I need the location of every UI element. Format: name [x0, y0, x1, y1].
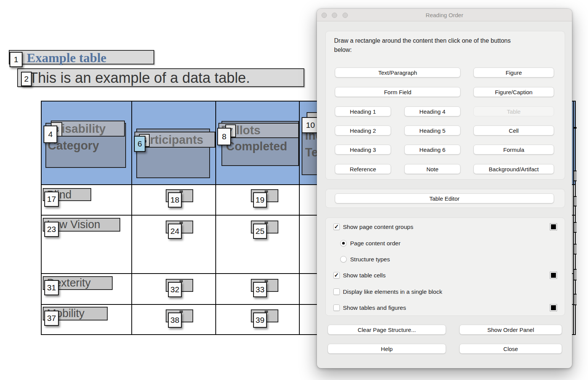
form-field-button[interactable]: Form Field [335, 87, 460, 97]
show-order-panel-button[interactable]: Show Order Panel [459, 325, 562, 335]
document-paragraph: This is an example of a data table. [29, 70, 250, 86]
heading-2-button[interactable]: Heading 2 [335, 126, 391, 135]
minimize-window-icon[interactable] [332, 13, 337, 18]
reading-order-marker-18[interactable]: 18 [168, 192, 182, 208]
heading-4-button[interactable]: Heading 4 [404, 106, 460, 116]
clear-page-structure-button[interactable]: Clear Page Structure... [328, 325, 446, 335]
structure-types-label: Structure types [350, 256, 390, 263]
table-cells-color-swatch[interactable] [550, 272, 557, 279]
sliver-overlay [574, 294, 577, 305]
dialog-titlebar[interactable]: Reading Order [317, 9, 572, 21]
reading-order-marker-38[interactable]: 38 [168, 312, 182, 328]
reading-order-dialog: Reading Order Draw a rectangle around th… [317, 9, 572, 368]
reading-order-marker-39[interactable]: 39 [253, 312, 267, 328]
close-window-icon[interactable] [321, 13, 327, 18]
note-button[interactable]: Note [404, 164, 460, 174]
sliver-overlay [574, 269, 577, 280]
show-page-content-groups-label: Show page content groups [343, 224, 413, 230]
display-like-elements-checkbox[interactable] [333, 288, 340, 295]
heading-1-button[interactable]: Heading 1 [335, 106, 391, 116]
reading-order-marker-37[interactable]: 37 [44, 311, 59, 326]
background-artifact-button[interactable]: Background/Artifact [473, 164, 554, 174]
structure-types-radio[interactable] [340, 256, 347, 262]
show-table-cells-checkbox[interactable] [333, 272, 340, 279]
instruction-text: Draw a rectangle around the content then… [334, 36, 525, 55]
sliver-overlay [574, 222, 577, 233]
reading-order-marker-25[interactable]: 25 [253, 224, 267, 239]
show-table-cells-label: Show table cells [343, 272, 386, 279]
page-content-order-radio[interactable] [340, 240, 347, 246]
column-border [299, 101, 300, 334]
page-content-order-label: Page content order [350, 240, 401, 247]
table-editor-button[interactable]: Table Editor [335, 193, 554, 203]
reading-order-marker-2[interactable]: 2 [21, 72, 32, 86]
reading-order-marker-6-selected[interactable]: 6 [134, 136, 145, 152]
column-border [131, 101, 132, 334]
dialog-title: Reading Order [317, 9, 572, 21]
reading-order-marker-31[interactable]: 31 [44, 280, 59, 295]
heading-3-button[interactable]: Heading 3 [335, 145, 391, 155]
table-button[interactable]: Table [473, 106, 554, 116]
tables-and-figures-color-swatch[interactable] [550, 304, 557, 311]
close-button[interactable]: Close [459, 344, 562, 354]
display-options-group [325, 217, 565, 316]
zoom-window-icon[interactable] [342, 13, 348, 18]
reading-order-marker-24[interactable]: 24 [168, 224, 182, 239]
heading-5-button[interactable]: Heading 5 [404, 126, 460, 135]
column-border [215, 101, 216, 334]
reading-order-marker-4[interactable]: 4 [44, 126, 57, 143]
sliver-overlay [574, 196, 577, 206]
screen: Example table 1 This is an example of a … [0, 0, 588, 380]
reading-order-marker-32[interactable]: 32 [168, 282, 182, 297]
reference-button[interactable]: Reference [335, 164, 391, 174]
sliver-line [574, 127, 577, 129]
reading-order-marker-33[interactable]: 33 [253, 282, 267, 297]
show-tables-and-figures-checkbox[interactable] [333, 304, 340, 311]
header-text-completed: Completed [226, 140, 287, 153]
sliver-overlay [574, 244, 577, 254]
document-heading: Example table [27, 51, 107, 65]
sliver-overlay [574, 171, 577, 181]
show-page-content-groups-checkbox[interactable] [333, 224, 340, 230]
help-button[interactable]: Help [328, 344, 446, 354]
reading-order-marker-23[interactable]: 23 [44, 222, 59, 237]
figure-button[interactable]: Figure [473, 68, 554, 77]
header-text-col4-line2: Te [305, 146, 318, 159]
reading-order-marker-1[interactable]: 1 [10, 52, 23, 67]
reading-order-marker-17[interactable]: 17 [44, 192, 59, 207]
heading-6-button[interactable]: Heading 6 [404, 145, 460, 155]
text-paragraph-button[interactable]: Text/Paragraph [335, 68, 460, 77]
cell-button[interactable]: Cell [473, 126, 554, 135]
figure-caption-button[interactable]: Figure/Caption [473, 87, 554, 97]
page-content-groups-color-swatch[interactable] [550, 223, 557, 230]
reading-order-marker-8[interactable]: 8 [217, 128, 231, 145]
display-like-elements-label: Display like elements in a single block [343, 288, 442, 295]
show-tables-and-figures-label: Show tables and figures [343, 304, 406, 311]
formula-button[interactable]: Formula [473, 145, 554, 155]
reading-order-marker-19[interactable]: 19 [253, 192, 267, 208]
